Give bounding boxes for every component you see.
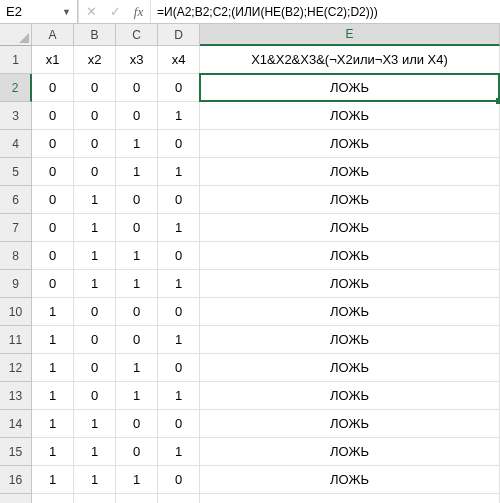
row-header[interactable]: 3	[0, 102, 32, 130]
cell-E3[interactable]: ЛОЖЬ	[200, 102, 500, 130]
cell-D12[interactable]: 0	[158, 354, 200, 382]
row-header[interactable]: 17	[0, 494, 32, 503]
cell-B6[interactable]: 1	[74, 186, 116, 214]
cancel-icon[interactable]: ✕	[79, 0, 103, 23]
cell-E8[interactable]: ЛОЖЬ	[200, 242, 500, 270]
cell-C6[interactable]: 0	[116, 186, 158, 214]
cell-A4[interactable]: 0	[32, 130, 74, 158]
cell-A10[interactable]: 1	[32, 298, 74, 326]
row-header[interactable]: 15	[0, 438, 32, 466]
fx-icon[interactable]: fx	[127, 0, 151, 23]
cell-E6[interactable]: ЛОЖЬ	[200, 186, 500, 214]
cell-E5[interactable]: ЛОЖЬ	[200, 158, 500, 186]
row-header[interactable]: 14	[0, 410, 32, 438]
row-header[interactable]: 5	[0, 158, 32, 186]
cell-D3[interactable]: 1	[158, 102, 200, 130]
cell-E13[interactable]: ЛОЖЬ	[200, 382, 500, 410]
cell-D17[interactable]: 1	[158, 494, 200, 503]
cell-D14[interactable]: 0	[158, 410, 200, 438]
cell-D8[interactable]: 0	[158, 242, 200, 270]
cell-D1[interactable]: x4	[158, 46, 200, 74]
name-box[interactable]: E2 ▼	[0, 0, 78, 23]
cell-C14[interactable]: 0	[116, 410, 158, 438]
cell-B13[interactable]: 0	[74, 382, 116, 410]
row-header[interactable]: 8	[0, 242, 32, 270]
cell-A14[interactable]: 1	[32, 410, 74, 438]
select-all-corner[interactable]	[0, 24, 32, 46]
cell-B7[interactable]: 1	[74, 214, 116, 242]
cell-A5[interactable]: 0	[32, 158, 74, 186]
cell-B14[interactable]: 1	[74, 410, 116, 438]
cell-D15[interactable]: 1	[158, 438, 200, 466]
cell-D11[interactable]: 1	[158, 326, 200, 354]
cell-A2[interactable]: 0	[32, 74, 74, 102]
cell-A7[interactable]: 0	[32, 214, 74, 242]
cell-A3[interactable]: 0	[32, 102, 74, 130]
cell-D7[interactable]: 1	[158, 214, 200, 242]
cell-D6[interactable]: 0	[158, 186, 200, 214]
cell-A17[interactable]: 1	[32, 494, 74, 503]
cell-C13[interactable]: 1	[116, 382, 158, 410]
col-header-B[interactable]: B	[74, 24, 116, 46]
cell-B1[interactable]: x2	[74, 46, 116, 74]
cell-D16[interactable]: 0	[158, 466, 200, 494]
cell-D9[interactable]: 1	[158, 270, 200, 298]
cell-B2[interactable]: 0	[74, 74, 116, 102]
row-header[interactable]: 1	[0, 46, 32, 74]
cell-B10[interactable]: 0	[74, 298, 116, 326]
row-header[interactable]: 7	[0, 214, 32, 242]
cell-C3[interactable]: 0	[116, 102, 158, 130]
col-header-A[interactable]: A	[32, 24, 74, 46]
cell-C12[interactable]: 1	[116, 354, 158, 382]
cell-E16[interactable]: ЛОЖЬ	[200, 466, 500, 494]
cell-E4[interactable]: ЛОЖЬ	[200, 130, 500, 158]
cell-D10[interactable]: 0	[158, 298, 200, 326]
cell-B9[interactable]: 1	[74, 270, 116, 298]
confirm-icon[interactable]: ✓	[103, 0, 127, 23]
cell-B12[interactable]: 0	[74, 354, 116, 382]
row-header[interactable]: 10	[0, 298, 32, 326]
row-header[interactable]: 4	[0, 130, 32, 158]
cell-C11[interactable]: 0	[116, 326, 158, 354]
cell-A13[interactable]: 1	[32, 382, 74, 410]
cell-E1[interactable]: X1&X2&X3&(¬X2или¬X3 или X4)	[200, 46, 500, 74]
chevron-down-icon[interactable]: ▼	[62, 7, 71, 17]
cell-C10[interactable]: 0	[116, 298, 158, 326]
cell-A11[interactable]: 1	[32, 326, 74, 354]
cell-C8[interactable]: 1	[116, 242, 158, 270]
cell-C5[interactable]: 1	[116, 158, 158, 186]
cell-B17[interactable]: 1	[74, 494, 116, 503]
cell-D13[interactable]: 1	[158, 382, 200, 410]
cell-C1[interactable]: x3	[116, 46, 158, 74]
cell-B4[interactable]: 0	[74, 130, 116, 158]
cell-E12[interactable]: ЛОЖЬ	[200, 354, 500, 382]
cell-E9[interactable]: ЛОЖЬ	[200, 270, 500, 298]
row-header[interactable]: 6	[0, 186, 32, 214]
cell-E15[interactable]: ЛОЖЬ	[200, 438, 500, 466]
row-header[interactable]: 11	[0, 326, 32, 354]
cell-A1[interactable]: x1	[32, 46, 74, 74]
cell-E10[interactable]: ЛОЖЬ	[200, 298, 500, 326]
cell-D4[interactable]: 0	[158, 130, 200, 158]
cell-C9[interactable]: 1	[116, 270, 158, 298]
cell-E14[interactable]: ЛОЖЬ	[200, 410, 500, 438]
cell-A15[interactable]: 1	[32, 438, 74, 466]
row-header[interactable]: 2	[0, 74, 32, 102]
cell-A12[interactable]: 1	[32, 354, 74, 382]
cell-A16[interactable]: 1	[32, 466, 74, 494]
row-header[interactable]: 16	[0, 466, 32, 494]
row-header[interactable]: 13	[0, 382, 32, 410]
cell-C7[interactable]: 0	[116, 214, 158, 242]
col-header-E[interactable]: E	[200, 24, 500, 46]
cell-B5[interactable]: 0	[74, 158, 116, 186]
cell-B8[interactable]: 1	[74, 242, 116, 270]
cell-B11[interactable]: 0	[74, 326, 116, 354]
cell-B3[interactable]: 0	[74, 102, 116, 130]
cell-B15[interactable]: 1	[74, 438, 116, 466]
cell-C15[interactable]: 0	[116, 438, 158, 466]
row-header[interactable]: 9	[0, 270, 32, 298]
cell-A8[interactable]: 0	[32, 242, 74, 270]
cell-C17[interactable]: 1	[116, 494, 158, 503]
cell-C4[interactable]: 1	[116, 130, 158, 158]
cell-D5[interactable]: 1	[158, 158, 200, 186]
